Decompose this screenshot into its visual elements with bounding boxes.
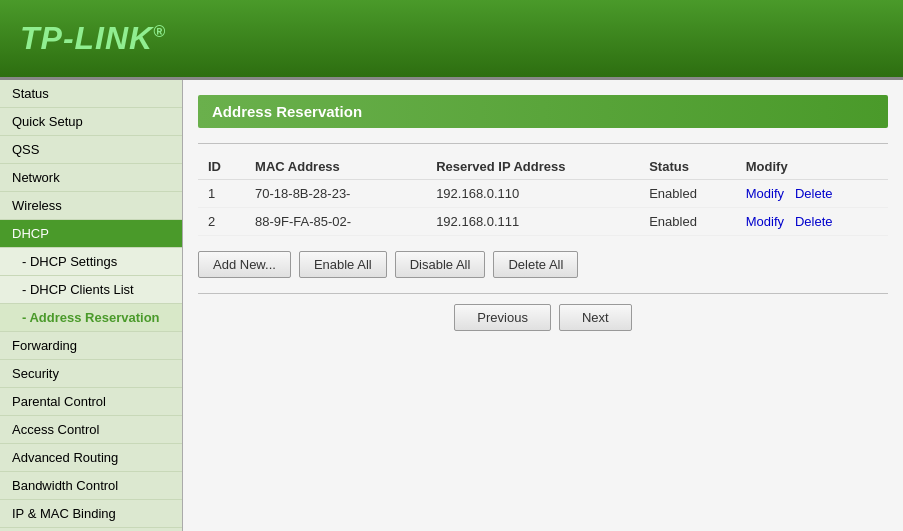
logo-suffix: ® (153, 23, 166, 40)
row1-delete-link[interactable]: Delete (795, 186, 833, 201)
row1-id: 1 (198, 180, 245, 208)
previous-button[interactable]: Previous (454, 304, 551, 331)
col-modify: Modify (736, 154, 888, 180)
main-layout: Status Quick Setup QSS Network Wireless … (0, 80, 903, 531)
logo-text: TP-LINK (20, 20, 153, 56)
row1-actions: Modify Delete (736, 180, 888, 208)
sidebar-item-parental-control[interactable]: Parental Control (0, 388, 182, 416)
next-button[interactable]: Next (559, 304, 632, 331)
top-divider (198, 143, 888, 144)
col-ip: Reserved IP Address (426, 154, 639, 180)
sidebar-item-dhcp-settings[interactable]: - DHCP Settings (0, 248, 182, 276)
sidebar: Status Quick Setup QSS Network Wireless … (0, 80, 183, 531)
sidebar-item-dhcp[interactable]: DHCP (0, 220, 182, 248)
row2-mac-redacted (351, 214, 362, 229)
table-row: 2 88-9F-FA-85-02- 192.168.0.111 Enabled … (198, 208, 888, 236)
row2-modify-link[interactable]: Modify (746, 214, 784, 229)
row2-mac: 88-9F-FA-85-02- (245, 208, 426, 236)
sidebar-item-ip-mac-binding[interactable]: IP & MAC Binding (0, 500, 182, 528)
sidebar-item-advanced-routing[interactable]: Advanced Routing (0, 444, 182, 472)
sidebar-item-dhcp-clients-list[interactable]: - DHCP Clients List (0, 276, 182, 304)
sidebar-item-address-reservation[interactable]: - Address Reservation (0, 304, 182, 332)
row1-modify-link[interactable]: Modify (746, 186, 784, 201)
enable-all-button[interactable]: Enable All (299, 251, 387, 278)
row1-ip: 192.168.0.110 (426, 180, 639, 208)
disable-all-button[interactable]: Disable All (395, 251, 486, 278)
row1-status: Enabled (639, 180, 736, 208)
navigation-buttons: Previous Next (198, 304, 888, 331)
row2-delete-link[interactable]: Delete (795, 214, 833, 229)
table-row: 1 70-18-8B-28-23- 192.168.0.110 Enabled … (198, 180, 888, 208)
sidebar-item-bandwidth-control[interactable]: Bandwidth Control (0, 472, 182, 500)
sidebar-item-security[interactable]: Security (0, 360, 182, 388)
col-mac: MAC Address (245, 154, 426, 180)
action-buttons: Add New... Enable All Disable All Delete… (198, 251, 888, 278)
bottom-divider (198, 293, 888, 294)
sidebar-item-access-control[interactable]: Access Control (0, 416, 182, 444)
row1-mac: 70-18-8B-28-23- (245, 180, 426, 208)
col-id: ID (198, 154, 245, 180)
sidebar-item-wireless[interactable]: Wireless (0, 192, 182, 220)
sidebar-item-qss[interactable]: QSS (0, 136, 182, 164)
sidebar-item-network[interactable]: Network (0, 164, 182, 192)
row2-ip: 192.168.0.111 (426, 208, 639, 236)
row2-mac-text: 88-9F-FA-85-02- (255, 214, 351, 229)
sidebar-item-quick-setup[interactable]: Quick Setup (0, 108, 182, 136)
row1-mac-text: 70-18-8B-28-23- (255, 186, 350, 201)
col-status: Status (639, 154, 736, 180)
add-new-button[interactable]: Add New... (198, 251, 291, 278)
header: TP-LINK® (0, 0, 903, 80)
section-title: Address Reservation (198, 95, 888, 128)
row2-status: Enabled (639, 208, 736, 236)
delete-all-button[interactable]: Delete All (493, 251, 578, 278)
address-table: ID MAC Address Reserved IP Address Statu… (198, 154, 888, 236)
row2-id: 2 (198, 208, 245, 236)
sidebar-item-status[interactable]: Status (0, 80, 182, 108)
row1-mac-redacted (350, 186, 361, 201)
logo: TP-LINK® (20, 20, 166, 57)
content-area: Address Reservation ID MAC Address Reser… (183, 80, 903, 531)
row2-actions: Modify Delete (736, 208, 888, 236)
sidebar-item-forwarding[interactable]: Forwarding (0, 332, 182, 360)
